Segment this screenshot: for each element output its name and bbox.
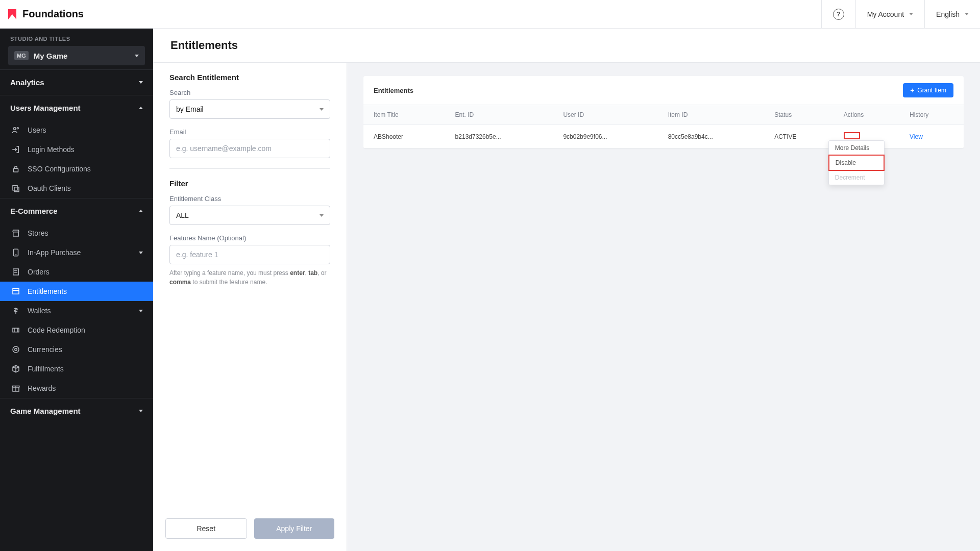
- sidebar-group-users[interactable]: Users Management: [0, 95, 153, 120]
- entitlements-table: Item Title Ent. ID User ID Item ID Statu…: [363, 105, 964, 148]
- svg-point-16: [15, 348, 17, 351]
- sidebar-item-label: Currencies: [28, 345, 62, 354]
- col-user-id: User ID: [553, 105, 657, 125]
- col-ent-id: Ent. ID: [445, 105, 553, 125]
- sidebar-item-rewards[interactable]: Rewards: [0, 379, 153, 398]
- sidebar-item-login-methods[interactable]: Login Methods: [0, 140, 153, 159]
- features-input[interactable]: [169, 245, 330, 264]
- sidebar-item-iap[interactable]: In-App Purchase: [0, 243, 153, 262]
- card-header: Entitlements + Grant Item: [363, 76, 964, 105]
- my-account-menu[interactable]: My Account: [855, 0, 924, 28]
- sidebar-item-label: Users: [28, 126, 46, 134]
- card-title: Entitlements: [374, 87, 413, 94]
- game-badge: MG: [14, 51, 29, 60]
- chevron-down-icon: [139, 410, 143, 412]
- filter-section-title: Filter: [169, 179, 330, 188]
- sidebar-item-users[interactable]: Users: [0, 120, 153, 140]
- dropdown-decrement: Decrement: [829, 170, 884, 185]
- class-label: Entitlement Class: [169, 195, 330, 203]
- logo-area: Foundations: [0, 8, 84, 20]
- sidebar-group-game-mgmt[interactable]: Game Management: [0, 398, 153, 423]
- svg-point-15: [13, 346, 19, 353]
- dropdown-disable[interactable]: Disable: [828, 155, 885, 171]
- analytics-label: Analytics: [10, 78, 44, 87]
- entitlements-card: Entitlements + Grant Item Item Title Ent…: [363, 76, 964, 148]
- sidebar-item-orders[interactable]: Orders: [0, 262, 153, 282]
- language-label: English: [936, 10, 960, 18]
- sidebar-item-wallets[interactable]: Wallets: [0, 301, 153, 320]
- users-icon: [11, 126, 20, 135]
- game-mgmt-label: Game Management: [10, 407, 81, 415]
- chevron-down-icon: [139, 310, 143, 312]
- chevron-up-icon: [139, 107, 143, 109]
- chevron-down-icon: [320, 108, 324, 111]
- col-status: Status: [764, 105, 834, 125]
- filter-actions: Reset Apply Filter: [153, 510, 347, 551]
- chevron-down-icon: [139, 81, 143, 84]
- sidebar-section-label: STUDIO AND TITLES: [0, 29, 153, 46]
- sidebar-item-code-redemption[interactable]: Code Redemption: [0, 320, 153, 340]
- sidebar-item-label: Stores: [28, 229, 48, 237]
- oauth-icon: [11, 184, 20, 193]
- code-icon: [11, 325, 20, 335]
- sidebar-item-label: Oauth Clients: [28, 184, 71, 192]
- sidebar-item-entitlements[interactable]: Entitlements: [0, 282, 153, 301]
- svg-rect-12: [13, 328, 19, 332]
- sidebar-item-sso[interactable]: SSO Configurations: [0, 159, 153, 179]
- search-label: Search: [169, 89, 330, 96]
- sidebar-item-fulfillments[interactable]: Fulfillments: [0, 359, 153, 379]
- entitlements-icon: [11, 287, 20, 296]
- top-header: Foundations ? My Account English: [0, 0, 980, 29]
- reset-button[interactable]: Reset: [165, 518, 247, 539]
- cell-user-id: 9cb02b9e9f06...: [553, 125, 657, 148]
- cell-ent-id: b213d7326b5e...: [445, 125, 553, 148]
- content-area: Entitlements Search Entitlement Search b…: [153, 29, 980, 551]
- grant-item-label: Grant Item: [917, 87, 946, 94]
- language-menu[interactable]: English: [924, 0, 980, 28]
- currencies-icon: [11, 345, 20, 354]
- sidebar-item-label: Login Methods: [28, 145, 75, 154]
- ecommerce-label: E-Commerce: [10, 207, 58, 215]
- filter-panel: Search Entitlement Search by Email Email…: [153, 63, 347, 551]
- sidebar-item-label: Fulfillments: [28, 365, 64, 373]
- features-label: Features Name (Optional): [169, 234, 330, 242]
- search-section-title: Search Entitlement: [169, 73, 330, 82]
- lock-icon: [11, 164, 20, 173]
- search-by-value: by Email: [176, 105, 204, 113]
- sidebar-item-stores[interactable]: Stores: [0, 223, 153, 243]
- sidebar: STUDIO AND TITLES MG My Game Analytics U…: [0, 29, 153, 551]
- apply-filter-button[interactable]: Apply Filter: [254, 518, 335, 539]
- login-icon: [11, 145, 20, 154]
- col-item-title: Item Title: [363, 105, 445, 125]
- email-input[interactable]: [169, 139, 330, 158]
- sidebar-item-label: Entitlements: [28, 287, 67, 295]
- row-actions-button[interactable]: [844, 132, 860, 139]
- svg-point-0: [14, 128, 16, 130]
- sidebar-item-label: Wallets: [28, 307, 51, 315]
- sidebar-item-currencies[interactable]: Currencies: [0, 340, 153, 359]
- grant-item-button[interactable]: + Grant Item: [903, 83, 953, 97]
- history-view-link[interactable]: View: [910, 133, 923, 140]
- sidebar-group-analytics[interactable]: Analytics: [0, 70, 153, 95]
- store-icon: [11, 229, 20, 238]
- sidebar-group-ecommerce[interactable]: E-Commerce: [0, 198, 153, 223]
- search-by-select[interactable]: by Email: [169, 99, 330, 119]
- plus-icon: +: [910, 87, 914, 94]
- dropdown-more-details[interactable]: More Details: [829, 141, 884, 155]
- my-account-label: My Account: [867, 10, 904, 18]
- fulfillment-icon: [11, 364, 20, 373]
- entitlement-class-select[interactable]: ALL: [169, 206, 330, 225]
- svg-point-1: [17, 128, 18, 129]
- game-selector[interactable]: MG My Game: [8, 46, 145, 65]
- svg-rect-3: [13, 186, 17, 190]
- rewards-icon: [11, 384, 20, 393]
- game-name: My Game: [34, 52, 130, 60]
- sidebar-item-label: SSO Configurations: [28, 165, 91, 173]
- divider: [169, 168, 330, 169]
- cell-actions: More Details Disable Decrement: [834, 125, 899, 148]
- help-button[interactable]: ?: [821, 0, 855, 28]
- sidebar-item-oauth[interactable]: Oauth Clients: [0, 179, 153, 198]
- chevron-down-icon: [965, 13, 969, 15]
- col-item-id: Item ID: [658, 105, 765, 125]
- brand-name: Foundations: [22, 8, 84, 20]
